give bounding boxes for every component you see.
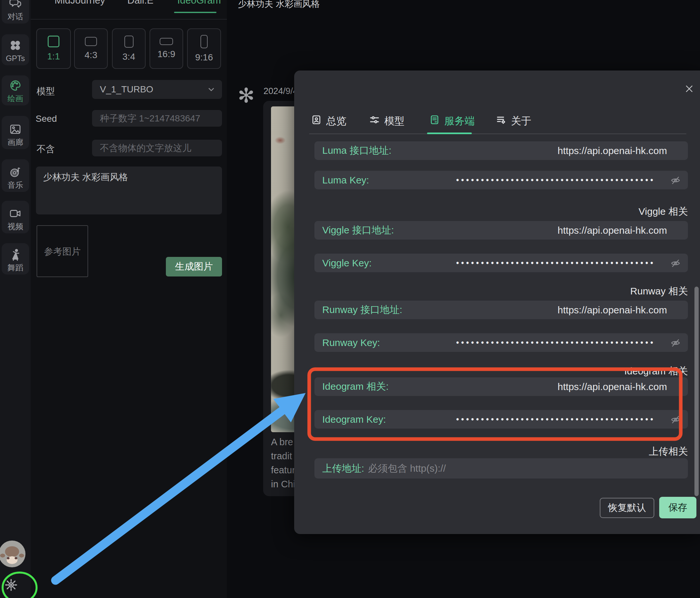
- modal-scrollbar[interactable]: [695, 286, 699, 496]
- gallery-icon: [9, 123, 22, 138]
- app-window: 少林功夫 水彩画风格 ✻ 2024/9/4 A bretraditfeaturi…: [0, 0, 700, 598]
- overview-icon: [311, 115, 322, 128]
- negative-input[interactable]: 不含物体的文字放这儿: [92, 140, 222, 156]
- modal-tab-服务端[interactable]: 服务端: [429, 114, 475, 128]
- eye-off-icon[interactable]: [670, 414, 681, 425]
- caption-line: in Chi: [271, 479, 295, 490]
- server-icon: [429, 115, 440, 128]
- close-icon[interactable]: [685, 84, 694, 93]
- active-tab-underline: [174, 12, 217, 13]
- generation-panel: MidJourneyDall.EIdeoGram 1:1 4:3 3:4 16:…: [31, 0, 227, 598]
- api-url-label: Ideogram 相关:: [322, 380, 389, 393]
- section-header: Ideogram 相关: [315, 365, 688, 378]
- aspect-ratio-4:3[interactable]: 4:3: [74, 28, 108, 69]
- user-avatar[interactable]: [0, 541, 25, 567]
- api-url-value: https://api.openai-hk.com: [558, 145, 667, 156]
- eye-off-icon[interactable]: [670, 258, 681, 268]
- aspect-ratio-icon: [200, 35, 208, 48]
- api-url-label: Viggle 接口地址:: [322, 224, 394, 237]
- api-key-label: Luma Key:: [322, 175, 369, 186]
- sidebar-item-音乐[interactable]: 音乐: [2, 159, 29, 192]
- sidebar-item-舞蹈[interactable]: 舞蹈: [2, 243, 29, 275]
- aspect-ratio-3:4[interactable]: 3:4: [112, 28, 146, 69]
- section-header: Runway 相关: [315, 284, 688, 298]
- upload-url-input[interactable]: 上传地址: 必须包含 http(s)://: [315, 458, 688, 478]
- api-url-label: Runway 接口地址:: [322, 303, 402, 317]
- settings-gear-icon[interactable]: [5, 578, 18, 592]
- caption-line: featur: [271, 465, 295, 476]
- api-url-value: https://api.openai-hk.com: [558, 304, 667, 316]
- api-key-row[interactable]: Viggle Key: ••••••••••••••••••••••••••••…: [315, 254, 688, 272]
- api-url-row[interactable]: Runway 接口地址: https://api.openai-hk.com: [315, 301, 688, 319]
- api-url-row[interactable]: Viggle 接口地址: https://api.openai-hk.com: [315, 221, 688, 240]
- panel-tab-Dall.E[interactable]: Dall.E: [127, 0, 153, 9]
- sidebar-item-label: 舞蹈: [7, 264, 23, 272]
- sidebar-item-GPTs[interactable]: GPTs: [2, 34, 29, 65]
- restore-defaults-button[interactable]: 恢复默认: [600, 498, 654, 518]
- dance-icon: [9, 248, 22, 264]
- chevron-down-icon: [206, 84, 216, 94]
- about-icon: [496, 115, 506, 128]
- upload-url-placeholder: 必须包含 http(s)://: [368, 462, 446, 475]
- gpts-icon: [9, 39, 22, 54]
- sidebar-item-label: 对话: [7, 13, 23, 21]
- save-button[interactable]: 保存: [659, 497, 696, 518]
- sidebar-item-label: 视频: [7, 222, 23, 231]
- chat-icon: [9, 0, 22, 13]
- modal-tab-separator: [309, 133, 686, 134]
- api-url-row[interactable]: Luma 接口地址: https://api.openai-hk.com: [315, 141, 688, 160]
- api-key-row[interactable]: Ideogram Key: ••••••••••••••••••••••••••…: [315, 410, 688, 429]
- section-header: Viggle 相关: [315, 205, 688, 218]
- modal-tab-模型[interactable]: 模型: [369, 114, 404, 128]
- api-key-label: Viggle Key:: [322, 257, 372, 269]
- eye-off-icon[interactable]: [670, 175, 681, 185]
- api-key-row[interactable]: Luma Key: ••••••••••••••••••••••••••••••…: [315, 171, 688, 189]
- settings-modal: 总览 模型 服务端 关于 Luma 接口地址: https://api.open…: [294, 71, 700, 534]
- conversation-title: 少林功夫 水彩画风格: [238, 0, 320, 10]
- reference-image-dropzone[interactable]: 参考图片: [36, 225, 88, 277]
- aspect-ratio-9:16[interactable]: 9:16: [187, 28, 221, 69]
- sidebar-item-label: 绘画: [7, 94, 23, 103]
- tab-separator: [31, 19, 227, 20]
- message-date: 2024/9/4: [264, 86, 298, 96]
- api-key-row[interactable]: Runway Key: ••••••••••••••••••••••••••••…: [315, 333, 688, 352]
- sidebar-item-对话[interactable]: 对话: [2, 0, 29, 24]
- api-url-value: https://api.openai-hk.com: [558, 225, 667, 236]
- prompt-textarea[interactable]: 少林功夫 水彩画风格: [36, 167, 222, 215]
- api-key-label: Runway Key:: [322, 337, 380, 348]
- masked-key-value: ••••••••••••••••••••••••••••••••••••••••: [456, 338, 655, 347]
- modal-tab-总览[interactable]: 总览: [311, 114, 346, 128]
- aspect-ratio-icon: [85, 37, 97, 46]
- sidebar-item-label: 画廊: [7, 138, 23, 147]
- seed-input[interactable]: 种子数字 1~2147483647: [92, 110, 222, 127]
- sidebar-item-label: GPTs: [6, 54, 25, 63]
- aspect-ratio-icon: [124, 35, 133, 48]
- generate-button[interactable]: 生成图片: [166, 257, 222, 276]
- sidebar-item-绘画[interactable]: 绘画: [2, 75, 29, 105]
- video-icon: [9, 207, 22, 222]
- masked-key-value: ••••••••••••••••••••••••••••••••••••••••: [456, 415, 655, 424]
- api-key-label: Ideogram Key:: [322, 414, 386, 425]
- openai-logo-icon: ✻: [238, 83, 255, 107]
- aspect-ratio-icon: [160, 38, 173, 45]
- aspect-ratio-icon: [48, 35, 59, 47]
- panel-tab-MidJourney[interactable]: MidJourney: [54, 0, 105, 9]
- sidebar-item-画廊[interactable]: 画廊: [2, 116, 29, 149]
- model-select[interactable]: V_1_TURBO: [92, 80, 222, 99]
- app-sidebar: 对话 GPTs 绘画 画廊 音乐 视频 舞蹈: [0, 0, 31, 598]
- section-header: 上传相关: [315, 445, 688, 458]
- negative-label: 不含: [36, 143, 55, 155]
- modal-tab-关于[interactable]: 关于: [496, 114, 531, 128]
- caption-line: tradit: [271, 451, 292, 462]
- sidebar-item-视频[interactable]: 视频: [2, 201, 29, 233]
- caption-line: A bre: [271, 437, 293, 448]
- panel-tab-IdeoGram[interactable]: IdeoGram: [177, 0, 221, 9]
- masked-key-value: ••••••••••••••••••••••••••••••••••••••••: [456, 175, 655, 185]
- api-url-row[interactable]: Ideogram 相关: https://api.openai-hk.com: [315, 377, 688, 396]
- music-icon: [9, 166, 22, 181]
- aspect-ratio-1:1[interactable]: 1:1: [36, 28, 71, 69]
- eye-off-icon[interactable]: [670, 338, 681, 348]
- aspect-ratio-16:9[interactable]: 16:9: [150, 28, 183, 69]
- palette-icon: [9, 79, 22, 94]
- model-icon: [369, 115, 380, 128]
